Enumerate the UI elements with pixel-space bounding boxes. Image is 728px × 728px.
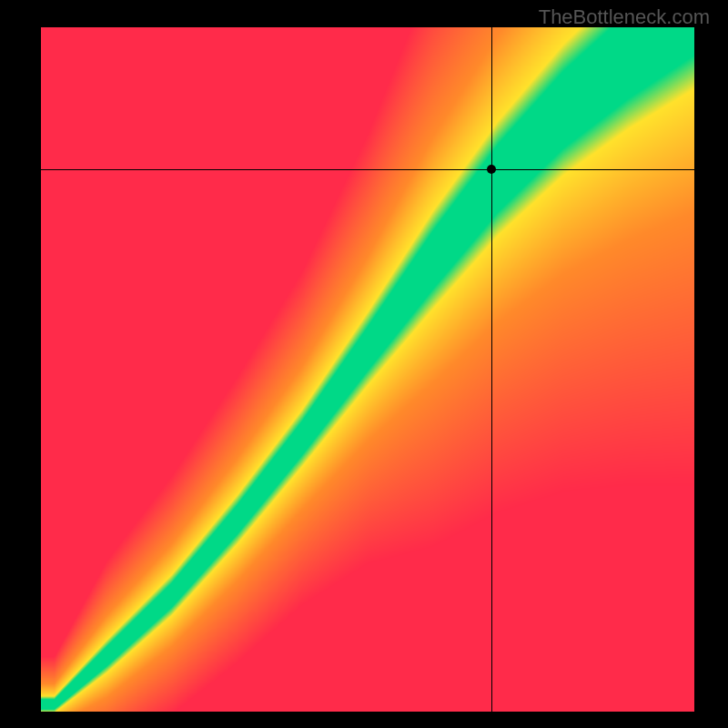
crosshair-vertical [491, 27, 492, 712]
watermark-text: TheBottleneck.com [539, 5, 710, 29]
marker-dot [487, 165, 496, 174]
plot-area [41, 27, 694, 712]
crosshair-horizontal [41, 169, 694, 170]
heatmap-canvas [41, 27, 694, 712]
